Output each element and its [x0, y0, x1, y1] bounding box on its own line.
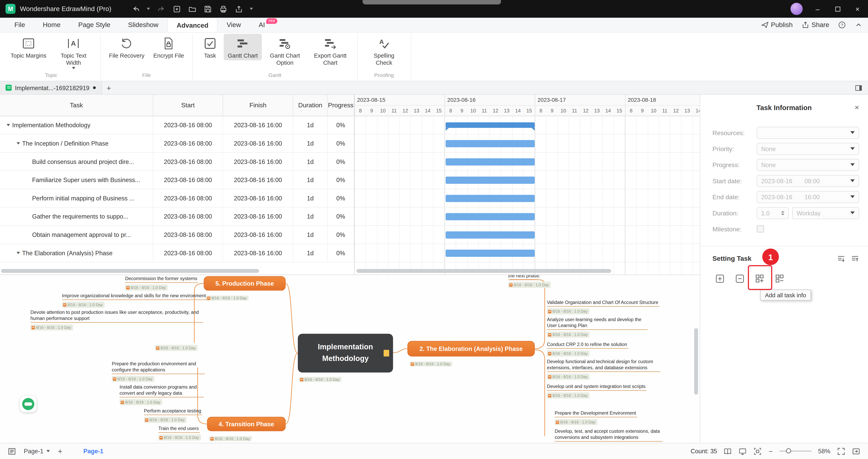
save-button[interactable]: [203, 4, 212, 13]
end-date-input[interactable]: 2023-08-1616:00: [757, 191, 859, 203]
canvas-vscrollbar[interactable]: [694, 328, 698, 395]
milestone-checkbox[interactable]: [757, 225, 764, 232]
mindmap-topic[interactable]: Prepare the production environment and c…: [112, 361, 205, 382]
gantt-task-bar[interactable]: [446, 232, 535, 239]
row-expand-caret-icon[interactable]: [14, 252, 22, 254]
dropdown-caret-icon[interactable]: [850, 147, 855, 150]
panel-layout-button[interactable]: [855, 84, 863, 92]
note-icon[interactable]: [384, 350, 389, 357]
phase-topic-5-production-phase[interactable]: 5. Production Phase: [204, 276, 286, 290]
dropdown-caret-icon[interactable]: [850, 179, 855, 182]
gantt-task-bar[interactable]: [446, 140, 535, 147]
gantt-table-row[interactable]: Familiarize Super users with Business...…: [0, 171, 354, 189]
presentation-icon[interactable]: [739, 447, 747, 455]
ai-assistant-button[interactable]: [20, 396, 36, 412]
undo-button[interactable]: [131, 4, 140, 13]
zoom-out-button[interactable]: −: [769, 447, 773, 455]
duration-unit-select[interactable]: Workday: [792, 207, 859, 219]
menu-tab-advanced[interactable]: Advanced: [167, 18, 218, 32]
menu-tab-ai[interactable]: AIHot: [250, 18, 274, 32]
ribbon-button-gantt-chart-option[interactable]: Gantt Chart Option: [263, 34, 307, 67]
collapse-all-icon[interactable]: [851, 254, 859, 263]
row-expand-caret-icon[interactable]: [4, 124, 12, 126]
mindmap-topic[interactable]: 8/16 - 8/16 : 1.0 Day: [155, 343, 198, 351]
print-button[interactable]: [219, 4, 228, 13]
add-page-button[interactable]: +: [58, 447, 62, 456]
publish-button[interactable]: Publish: [761, 21, 793, 29]
ribbon-button-topic-margins[interactable]: Topic Margins: [7, 34, 50, 60]
document-tab[interactable]: Implementat...-1692182919: [0, 81, 102, 94]
gantt-chart-hscrollbar[interactable]: [356, 269, 611, 273]
mindmap-topic[interactable]: the next phase.8/16 - 8/16 : 1.0 Day: [508, 275, 551, 288]
mindmap-topic[interactable]: Develop, test, and accept custom extensi…: [555, 428, 663, 442]
page-selector[interactable]: Page-1: [24, 448, 50, 455]
menu-tab-slideshow[interactable]: Slideshow: [119, 18, 167, 32]
gantt-table-row[interactable]: Perform initial mapping of Business ...2…: [0, 189, 354, 208]
duration-input[interactable]: 1.0: [757, 207, 789, 219]
ribbon-button-task[interactable]: Task: [197, 34, 223, 60]
menu-tab-view[interactable]: View: [218, 18, 250, 32]
menu-tab-page-style[interactable]: Page Style: [69, 18, 119, 32]
gantt-task-bar[interactable]: [446, 158, 535, 165]
mindmap-topic[interactable]: Install data conversion programs and con…: [120, 384, 204, 405]
gantt-task-bar[interactable]: [446, 195, 535, 202]
mindmap-topic[interactable]: Analyze user-learning needs and develop …: [547, 316, 648, 338]
gantt-task-bar[interactable]: [446, 250, 535, 257]
menu-tab-home[interactable]: Home: [34, 18, 69, 32]
priority-select[interactable]: None: [757, 143, 859, 155]
outline-view-button[interactable]: [8, 447, 16, 455]
mindmap-topic[interactable]: Develop unit and system integration test…: [547, 384, 647, 399]
remove-task-button[interactable]: [734, 272, 746, 285]
mindmap-topic[interactable]: Prepare the Development Environment8/16 …: [555, 410, 637, 425]
zoom-slider-thumb[interactable]: [786, 448, 791, 453]
panel-close-icon[interactable]: ×: [855, 103, 859, 111]
central-topic[interactable]: Implementation Methodology: [298, 334, 393, 372]
mindmap-topic[interactable]: Devote attention to post production issu…: [30, 309, 203, 331]
remove-all-task-info-button[interactable]: [773, 272, 785, 285]
redo-button[interactable]: [157, 4, 166, 13]
dropdown-caret-icon[interactable]: [850, 195, 855, 198]
export-button[interactable]: [235, 4, 243, 13]
export-caret-icon[interactable]: [250, 8, 253, 10]
ribbon-button-encrypt-file[interactable]: Encrypt File: [150, 34, 188, 60]
zoom-slider[interactable]: [779, 451, 812, 452]
user-avatar[interactable]: [790, 3, 803, 15]
minimize-button[interactable]: –: [812, 5, 823, 13]
gantt-task-bar[interactable]: [446, 213, 535, 220]
progress-select[interactable]: None: [757, 159, 859, 171]
gantt-table-row[interactable]: The Elaboration (Analysis) Phase2023-08-…: [0, 244, 354, 262]
mindmap-topic[interactable]: Develop functional and technical design …: [547, 359, 660, 380]
undo-caret-icon[interactable]: [147, 8, 150, 10]
mindmap-topic[interactable]: Train the end users8/16 - 8/16 : 1.0 Day: [158, 426, 201, 441]
help-button[interactable]: ?: [838, 21, 846, 29]
maximize-button[interactable]: [833, 5, 842, 13]
phase-topic-4-transition-phase[interactable]: 4. Transition Phase: [207, 417, 285, 431]
fit-window-icon[interactable]: [753, 447, 762, 455]
mindmap-topic[interactable]: Improve organizational knowledge and ski…: [62, 293, 207, 308]
dropdown-caret-icon[interactable]: [850, 211, 855, 214]
share-button[interactable]: Share: [802, 21, 829, 29]
ribbon-button-export-gantt-chart[interactable]: Export Gantt Chart: [308, 34, 352, 67]
gantt-table-hscrollbar[interactable]: [1, 269, 259, 273]
mindmap-topic[interactable]: Validate Organization and Chart Of Accou…: [547, 299, 659, 315]
menu-tab-file[interactable]: File: [5, 18, 34, 32]
collapse-ribbon-button[interactable]: [855, 21, 863, 29]
pages-icon[interactable]: [724, 447, 732, 455]
page-tab-active[interactable]: Page-1: [84, 448, 103, 455]
gantt-table-row[interactable]: The Inception / Definition Phase2023-08-…: [0, 134, 354, 153]
mindmap-canvas[interactable]: Implementation Methodology8/16 - 8/16 : …: [0, 275, 700, 443]
dropdown-caret-icon[interactable]: [850, 131, 855, 134]
gantt-task-bar[interactable]: [446, 177, 535, 184]
add-task-button[interactable]: [714, 272, 726, 285]
fullscreen-icon[interactable]: [837, 447, 845, 455]
fit-screen-icon[interactable]: [852, 447, 860, 455]
open-file-button[interactable]: [188, 4, 197, 13]
resources-input[interactable]: [757, 126, 859, 139]
mindmap-topic[interactable]: Perform acceptance testing8/16 - 8/16 : …: [144, 408, 203, 423]
expand-all-icon[interactable]: [837, 254, 845, 263]
mindmap-topic[interactable]: Decommission the former systems8/16 - 8/…: [125, 276, 198, 291]
gantt-table-row[interactable]: Gather the requirements to suppo...2023-…: [0, 208, 354, 226]
ribbon-button-topic-text-width[interactable]: ATopic Text Width: [51, 34, 95, 70]
mindmap-topic[interactable]: Conduct CRP 2.0 to refine the solution8/…: [547, 341, 628, 357]
ribbon-button-spelling-check[interactable]: ASpelling Check: [362, 34, 406, 67]
